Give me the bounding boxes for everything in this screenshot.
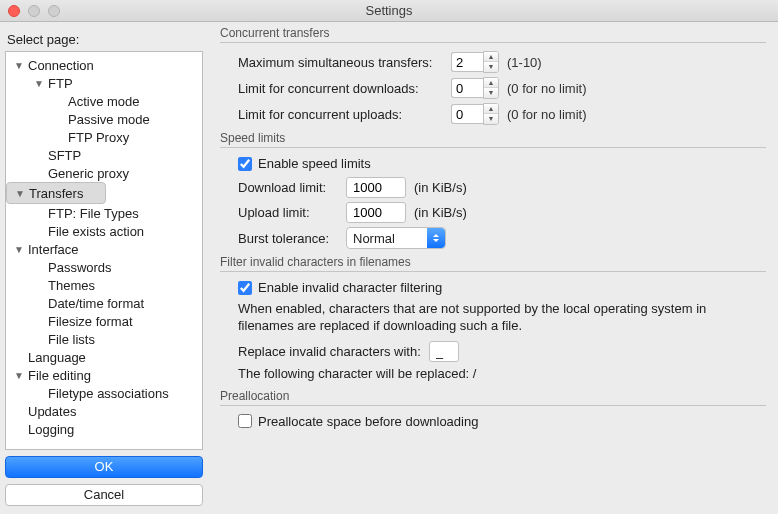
tree-item-connection[interactable]: ▼Connection [6,56,202,74]
group-speed-title: Speed limits [220,131,766,145]
filter-description: When enabled, characters that are not su… [238,301,758,335]
tree-item-passwords[interactable]: Passwords [6,258,202,276]
enable-speed-limits-checkbox[interactable] [238,157,252,171]
stepper-up-icon[interactable]: ▲ [484,104,498,114]
concurrent-ul-spinner[interactable]: ▲▼ [451,103,499,125]
tree-item-label: File editing [26,368,91,383]
tree-item-label: Filesize format [46,314,133,329]
tree-item-ftp-file-types[interactable]: FTP: File Types [6,204,202,222]
stepper-down-icon[interactable]: ▼ [484,114,498,124]
page-tree[interactable]: ▼Connection▼FTPActive modePassive modeFT… [5,51,203,450]
tree-item-label: Transfers [27,186,83,201]
window-title: Settings [0,3,778,18]
dl-limit-label: Download limit: [238,180,338,195]
tree-item-label: Filetype associations [46,386,169,401]
disclosure-icon[interactable]: ▼ [32,78,46,89]
replace-input[interactable] [429,341,459,362]
stepper-down-icon[interactable]: ▼ [484,62,498,72]
stepper-down-icon[interactable]: ▼ [484,88,498,98]
disclosure-icon[interactable]: ▼ [12,60,26,71]
tree-item-label: Language [26,350,86,365]
select-page-label: Select page: [7,32,201,47]
tree-item-label: File lists [46,332,95,347]
tree-item-label: Passive mode [66,112,150,127]
tree-item-filetype-associations[interactable]: Filetype associations [6,384,202,402]
tree-item-label: Interface [26,242,79,257]
tree-item-label: FTP [46,76,73,91]
tree-item-passive-mode[interactable]: Passive mode [6,110,202,128]
sidebar: Select page: ▼Connection▼FTPActive modeP… [0,22,208,514]
concurrent-dl-input[interactable] [451,78,483,98]
max-transfers-input[interactable] [451,52,483,72]
tree-item-label: Passwords [46,260,112,275]
disclosure-icon[interactable]: ▼ [12,370,26,381]
tree-item-label: Date/time format [46,296,144,311]
max-transfers-hint: (1-10) [507,55,542,70]
tree-item-label: SFTP [46,148,81,163]
concurrent-ul-hint: (0 for no limit) [507,107,586,122]
tree-item-filesize-format[interactable]: Filesize format [6,312,202,330]
tree-item-transfers[interactable]: ▼Transfers [6,182,106,204]
titlebar: Settings [0,0,778,22]
ul-limit-input[interactable] [346,202,406,223]
tree-item-file-lists[interactable]: File lists [6,330,202,348]
enable-filter-label: Enable invalid character filtering [258,280,442,295]
tree-item-date-time-format[interactable]: Date/time format [6,294,202,312]
dl-limit-input[interactable] [346,177,406,198]
concurrent-ul-input[interactable] [451,104,483,124]
stepper-up-icon[interactable]: ▲ [484,78,498,88]
replace-label: Replace invalid characters with: [238,344,421,359]
group-concurrent-title: Concurrent transfers [220,26,766,40]
concurrent-dl-spinner[interactable]: ▲▼ [451,77,499,99]
concurrent-dl-label: Limit for concurrent downloads: [238,81,443,96]
concurrent-dl-hint: (0 for no limit) [507,81,586,96]
settings-panel: Concurrent transfers Maximum simultaneou… [208,22,778,514]
enable-filter-checkbox[interactable] [238,281,252,295]
burst-select[interactable]: Normal [346,227,446,249]
tree-item-label: Logging [26,422,74,437]
disclosure-icon[interactable]: ▼ [12,244,26,255]
burst-value: Normal [353,231,395,246]
tree-item-file-editing[interactable]: ▼File editing [6,366,202,384]
ul-limit-unit: (in KiB/s) [414,205,467,220]
tree-item-sftp[interactable]: SFTP [6,146,202,164]
max-transfers-label: Maximum simultaneous transfers: [238,55,443,70]
tree-item-label: Themes [46,278,95,293]
tree-item-label: Updates [26,404,76,419]
tree-item-label: Connection [26,58,94,73]
replaced-chars: The following character will be replaced… [238,366,758,383]
burst-label: Burst tolerance: [238,231,338,246]
tree-item-file-exists-action[interactable]: File exists action [6,222,202,240]
tree-item-label: File exists action [46,224,144,239]
tree-item-logging[interactable]: Logging [6,420,202,438]
group-prealloc-title: Preallocation [220,389,766,403]
tree-item-label: Active mode [66,94,140,109]
stepper-up-icon[interactable]: ▲ [484,52,498,62]
tree-item-ftp[interactable]: ▼FTP [6,74,202,92]
tree-item-ftp-proxy[interactable]: FTP Proxy [6,128,202,146]
concurrent-ul-label: Limit for concurrent uploads: [238,107,443,122]
tree-item-label: Generic proxy [46,166,129,181]
tree-item-themes[interactable]: Themes [6,276,202,294]
group-filter-title: Filter invalid characters in filenames [220,255,766,269]
ok-button[interactable]: OK [5,456,203,478]
tree-item-language[interactable]: Language [6,348,202,366]
select-arrows-icon [427,228,445,248]
tree-item-label: FTP: File Types [46,206,139,221]
max-transfers-spinner[interactable]: ▲▼ [451,51,499,73]
prealloc-label: Preallocate space before downloading [258,414,478,429]
enable-speed-limits-label: Enable speed limits [258,156,371,171]
cancel-button[interactable]: Cancel [5,484,203,506]
tree-item-active-mode[interactable]: Active mode [6,92,202,110]
tree-item-label: FTP Proxy [66,130,129,145]
disclosure-icon[interactable]: ▼ [13,188,27,199]
tree-item-generic-proxy[interactable]: Generic proxy [6,164,202,182]
ul-limit-label: Upload limit: [238,205,338,220]
prealloc-checkbox[interactable] [238,414,252,428]
tree-item-interface[interactable]: ▼Interface [6,240,202,258]
dl-limit-unit: (in KiB/s) [414,180,467,195]
tree-item-updates[interactable]: Updates [6,402,202,420]
